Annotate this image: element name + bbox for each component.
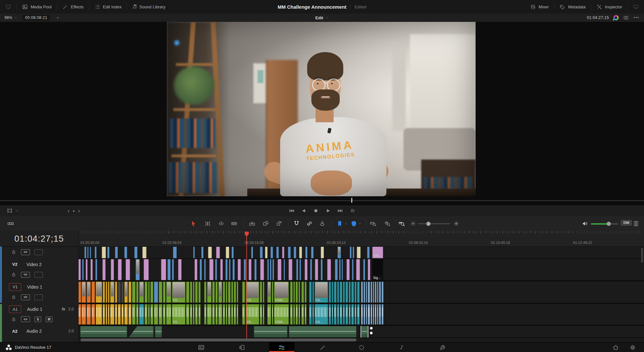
timeline-clip[interactable] (212, 282, 215, 303)
track-lock-icon[interactable] (11, 249, 16, 255)
timeline-clip[interactable] (260, 304, 262, 325)
overwrite-clip-button[interactable] (262, 220, 269, 227)
timeline-clip[interactable] (301, 282, 304, 303)
timeline-clip[interactable] (234, 304, 236, 325)
media-pool-button[interactable]: Media Pool (17, 0, 57, 14)
volume-slider-handle[interactable] (607, 222, 611, 226)
timeline-clip[interactable]: C0... (172, 304, 185, 325)
timeline-clip[interactable] (263, 282, 264, 303)
timeline-clip[interactable] (132, 282, 136, 303)
timeline-clip[interactable] (371, 282, 372, 303)
timeline-clip[interactable] (115, 246, 118, 258)
timeline-clip[interactable] (163, 304, 166, 325)
timeline-clip[interactable] (163, 282, 166, 303)
marker-chevron-icon[interactable] (358, 220, 362, 227)
timeline-clip[interactable] (82, 259, 84, 280)
dynamic-trim-mode-tool[interactable] (218, 220, 225, 227)
detail-zoom-button[interactable] (384, 220, 391, 227)
timeline-clip[interactable] (150, 304, 153, 325)
flag-chevron-icon[interactable] (344, 220, 348, 227)
timeline-clip[interactable] (226, 246, 229, 258)
timeline-clip[interactable] (195, 282, 198, 303)
timeline-clip[interactable] (166, 282, 171, 303)
timeline-clip[interactable] (204, 304, 206, 325)
timeline-clip[interactable] (107, 246, 109, 258)
timeline-clip[interactable] (200, 259, 202, 280)
timeline-clip[interactable] (145, 282, 147, 303)
timeline-clip[interactable] (167, 259, 171, 280)
timeline-clip[interactable] (357, 246, 361, 258)
timeline-clip[interactable] (111, 259, 114, 280)
timeline-clip[interactable] (272, 282, 273, 303)
timeline-clip[interactable] (356, 259, 360, 280)
timeline-clip[interactable] (305, 304, 307, 325)
timeline-clip[interactable] (142, 246, 147, 258)
viewer-mode-dropdown[interactable]: Edit (0, 15, 644, 20)
timeline-clip[interactable] (215, 259, 217, 280)
timeline-clip[interactable] (231, 282, 233, 303)
timeline-clip[interactable] (126, 259, 130, 280)
timeline-clip[interactable] (379, 282, 381, 303)
timeline-clip[interactable] (337, 282, 339, 303)
timeline-clip[interactable] (204, 259, 206, 280)
timeline-clip[interactable] (335, 259, 338, 280)
timeline-clip[interactable] (332, 304, 333, 325)
timeline-clip[interactable] (349, 282, 351, 303)
timeline-clip[interactable] (159, 304, 162, 325)
track-lock-icon[interactable] (11, 294, 16, 300)
position-lock-toggle[interactable] (319, 220, 326, 227)
zoom-in-button[interactable] (453, 220, 460, 227)
timeline-clip[interactable] (334, 282, 336, 303)
timeline-clip[interactable] (289, 326, 356, 338)
timeline-clip[interactable] (136, 282, 138, 303)
timeline-clip[interactable] (218, 304, 222, 325)
audio-level-handle[interactable] (370, 327, 373, 329)
timeline-clip[interactable] (87, 304, 91, 325)
marker-button[interactable] (350, 220, 357, 227)
timeline-clip[interactable] (346, 259, 350, 280)
mixer-pane-icon[interactable] (632, 220, 639, 227)
timeline-clip[interactable] (144, 259, 149, 280)
page-tab-fairlight[interactable]: ♪ (397, 342, 406, 352)
timeline-clip[interactable] (296, 304, 298, 325)
page-tab-deliver[interactable] (439, 342, 447, 352)
timeline-clip[interactable] (310, 259, 312, 280)
timeline-clip[interactable] (110, 304, 114, 325)
timeline-clip[interactable] (351, 304, 354, 325)
timeline-clip[interactable] (108, 282, 109, 303)
timeline-clip[interactable] (110, 282, 114, 303)
timeline-clip[interactable] (366, 304, 367, 325)
skip-to-start-button[interactable] (289, 208, 294, 214)
dual-viewer-icon[interactable] (623, 15, 629, 21)
skip-to-end-button[interactable] (337, 208, 343, 214)
loop-button[interactable] (350, 208, 355, 214)
timeline-clip[interactable] (321, 259, 323, 280)
timeline-clip[interactable] (178, 259, 182, 280)
speaker-icon[interactable] (582, 220, 589, 227)
timeline-clip[interactable] (296, 259, 298, 280)
timeline-clip[interactable] (139, 304, 144, 325)
timeline-clip[interactable] (305, 282, 307, 303)
timeline-clip[interactable] (198, 304, 201, 325)
timeline-clip[interactable] (226, 282, 227, 303)
timeline-clip[interactable] (193, 246, 195, 258)
timeline-clip[interactable] (377, 304, 378, 325)
timeline-clip[interactable] (218, 282, 222, 303)
timeline-clip[interactable]: Soli... (372, 246, 383, 258)
timeline-clip[interactable] (78, 259, 81, 280)
track-name[interactable]: Audio 2 (26, 329, 42, 334)
timeline-clip[interactable] (186, 304, 189, 325)
timeline-clip[interactable] (220, 259, 223, 280)
timeline-clip[interactable] (357, 304, 360, 325)
timeline-clip[interactable] (284, 259, 285, 280)
solo-button[interactable]: S (34, 317, 41, 322)
inspector-button[interactable]: Inspector (591, 0, 627, 14)
timeline-clip[interactable] (128, 282, 131, 303)
track-header-a1[interactable]: A1 Audio 1 fx 2.0 <> S M (2, 304, 78, 324)
timeline-clip[interactable] (337, 304, 339, 325)
timeline-clip[interactable] (231, 304, 233, 325)
viewer-jog-bar[interactable] (0, 200, 644, 201)
timeline-clip[interactable] (237, 304, 238, 325)
timeline-clip[interactable] (373, 304, 374, 325)
timeline-clip[interactable] (361, 304, 363, 325)
